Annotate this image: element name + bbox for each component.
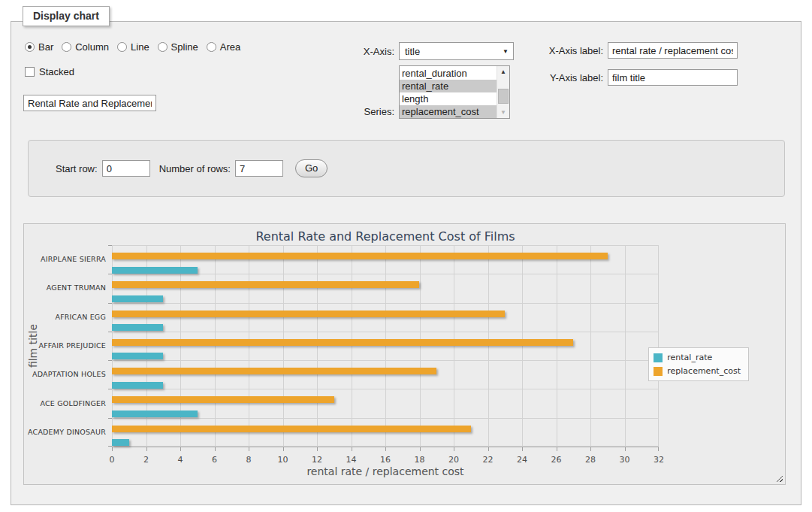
- bar-replacement_cost[interactable]: [112, 368, 436, 374]
- series-listbox[interactable]: rental_durationrental_ratelengthreplacem…: [399, 65, 510, 119]
- page: Display chart BarColumnLineSplineArea St…: [0, 0, 812, 512]
- radio-label: Column: [75, 41, 109, 53]
- bar-replacement_cost[interactable]: [112, 426, 471, 432]
- number-of-rows-input[interactable]: [235, 160, 283, 177]
- x-tick-mark: [249, 447, 249, 451]
- radio-button-icon[interactable]: [62, 42, 71, 52]
- x-tick-mark: [180, 447, 181, 451]
- x-gridline: [488, 245, 489, 447]
- x-gridline: [317, 245, 318, 447]
- chart-plot-area: 02468101214161820222426283032AIRPLANE SI…: [112, 245, 659, 447]
- go-button[interactable]: Go: [295, 159, 328, 177]
- radio-label: Bar: [38, 41, 53, 53]
- x-tick-label: 12: [312, 455, 322, 465]
- chart-type-option-area[interactable]: Area: [207, 41, 240, 53]
- x-axis-select-label: X-Axis:: [324, 46, 399, 57]
- x-tick-mark: [658, 447, 659, 451]
- legend-swatch-icon: [654, 367, 663, 376]
- scrollbar-thumb[interactable]: [498, 89, 509, 104]
- series-scrollbar[interactable]: ▲ ▼: [497, 66, 509, 118]
- bar-replacement_cost[interactable]: [112, 311, 505, 317]
- y-gridline: [112, 360, 659, 361]
- y-tick-mark: [108, 360, 112, 361]
- radio-button-icon[interactable]: [207, 42, 216, 52]
- x-tick-label: 20: [448, 455, 459, 465]
- y-axis-title: film title: [27, 324, 39, 368]
- bar-rental_rate[interactable]: [112, 324, 163, 331]
- bar-rental_rate[interactable]: [112, 353, 163, 359]
- radio-label: Area: [220, 41, 240, 53]
- y-gridline: [112, 389, 659, 389]
- y-gridline: [112, 303, 659, 304]
- series-option-length[interactable]: length: [400, 92, 497, 105]
- series-option-replacement_cost[interactable]: replacement_cost: [400, 105, 497, 118]
- x-gridline: [590, 245, 591, 447]
- series-row: Series: rental_durationrental_ratelength…: [324, 65, 510, 119]
- x-tick-mark: [522, 447, 523, 451]
- x-axis-row: X-Axis: title ▼: [324, 42, 514, 60]
- y-gridline: [112, 274, 659, 274]
- y-category-label: AFRICAN EGG: [26, 313, 106, 321]
- x-tick-label: 2: [143, 455, 149, 465]
- chart-type-option-line[interactable]: Line: [117, 41, 149, 53]
- start-row-input[interactable]: [102, 160, 150, 177]
- bar-rental_rate[interactable]: [112, 439, 129, 446]
- x-gridline: [283, 245, 284, 447]
- x-gridline: [557, 245, 557, 447]
- bar-rental_rate[interactable]: [112, 382, 163, 389]
- x-tick-mark: [146, 447, 147, 451]
- x-tick-mark: [557, 447, 557, 451]
- start-row-label: Start row:: [56, 163, 98, 174]
- x-gridline: [215, 245, 216, 447]
- x-tick-mark: [317, 447, 318, 451]
- x-gridline: [522, 245, 523, 447]
- y-tick-mark: [108, 274, 112, 274]
- x-tick-label: 6: [212, 455, 217, 465]
- bar-replacement_cost[interactable]: [112, 281, 419, 288]
- bar-rental_rate[interactable]: [112, 411, 198, 417]
- x-gridline: [658, 245, 659, 447]
- chart-type-option-bar[interactable]: Bar: [25, 41, 53, 53]
- chart-panel: Rental Rate and Replacement Cost of Film…: [23, 223, 786, 485]
- fieldset-legend: Display chart: [23, 6, 110, 26]
- x-tick-label: 8: [246, 455, 252, 465]
- x-gridline: [625, 245, 626, 447]
- x-tick-label: 28: [585, 455, 596, 465]
- bar-replacement_cost[interactable]: [112, 253, 608, 259]
- scroll-up-icon[interactable]: ▲: [497, 66, 509, 77]
- y-category-label: AGENT TRUMAN: [26, 283, 106, 292]
- x-tick-mark: [385, 447, 386, 451]
- resize-grip-icon[interactable]: [775, 474, 783, 482]
- radio-button-icon[interactable]: [25, 42, 35, 52]
- x-tick-label: 16: [380, 455, 391, 465]
- series-option-rental_duration[interactable]: rental_duration: [400, 67, 497, 80]
- x-tick-mark: [215, 447, 216, 451]
- x-tick-mark: [488, 447, 489, 451]
- x-axis-label-input[interactable]: [608, 42, 738, 59]
- legend-item-replacement_cost[interactable]: replacement_cost: [654, 366, 741, 376]
- y-category-label: ADAPTATION HOLES: [26, 370, 106, 378]
- chart-title-input[interactable]: [23, 95, 156, 111]
- stacked-checkbox[interactable]: [25, 67, 35, 77]
- x-axis-select[interactable]: title ▼: [399, 42, 514, 60]
- y-category-label: AIRPLANE SIERRA: [26, 255, 106, 263]
- x-tick-label: 32: [654, 455, 664, 465]
- series-option-rental_rate[interactable]: rental_rate: [400, 80, 497, 92]
- y-axis-label-input[interactable]: [608, 69, 738, 86]
- chart-type-option-column[interactable]: Column: [62, 41, 109, 53]
- bar-replacement_cost[interactable]: [112, 339, 573, 346]
- chart-type-option-spline[interactable]: Spline: [158, 41, 198, 53]
- bar-rental_rate[interactable]: [112, 267, 198, 274]
- x-tick-label: 24: [517, 455, 527, 465]
- legend-item-rental_rate[interactable]: rental_rate: [654, 353, 741, 362]
- radio-button-icon[interactable]: [158, 42, 168, 52]
- x-gridline: [454, 245, 454, 447]
- bar-replacement_cost[interactable]: [112, 396, 334, 403]
- legend-label: rental_rate: [667, 353, 712, 362]
- bar-rental_rate[interactable]: [112, 295, 163, 302]
- scroll-down-icon[interactable]: ▼: [497, 107, 509, 118]
- x-axis-line: [112, 447, 659, 447]
- radio-button-icon[interactable]: [117, 42, 127, 52]
- x-tick-mark: [590, 447, 591, 451]
- stacked-label: Stacked: [39, 66, 74, 77]
